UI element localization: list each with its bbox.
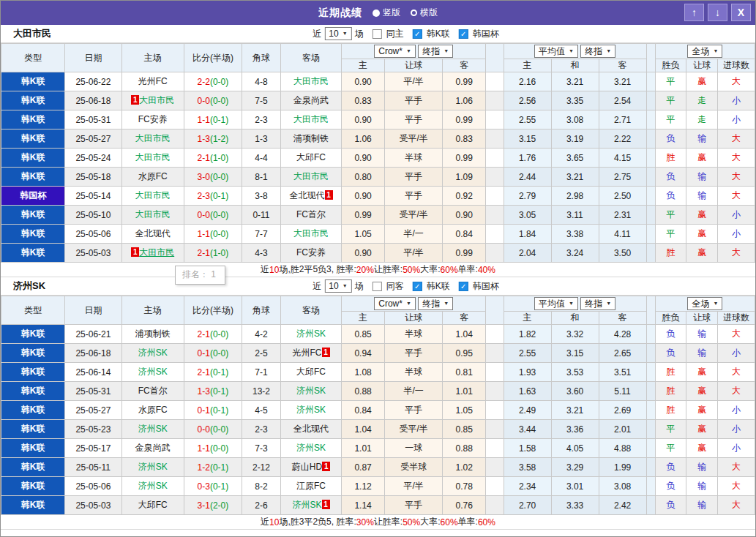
team-link[interactable]: 大邱FC [138, 500, 168, 510]
team-link[interactable]: 济州SK [138, 462, 168, 472]
team-link[interactable]: FC首尔 [138, 386, 168, 396]
team-link[interactable]: 全北现代 [290, 190, 325, 200]
odds-handicap: 受半球 [385, 458, 443, 477]
team-link[interactable]: 大田市民 [135, 133, 171, 143]
league-type-cell: 韩K联 [1, 382, 65, 401]
spacer-cell [646, 225, 655, 244]
kleague-checkbox[interactable]: ✓ [413, 282, 422, 291]
recent-results-panel: 近期战绩 竖版 横版 ↑ ↓ X 大田市民 近 10 ▼ 场 [0, 0, 756, 537]
kcup-label: 韩国杯 [473, 280, 499, 293]
team-link[interactable]: 济州SK [138, 367, 168, 377]
team-link[interactable]: 济州SK [138, 348, 168, 358]
move-down-button[interactable]: ↓ [708, 4, 727, 21]
team-link[interactable]: 大田市民 [135, 209, 171, 219]
col-header: 角球 [242, 296, 281, 325]
same-away-checkbox[interactable] [373, 282, 382, 291]
result-goals: 小 [718, 91, 755, 110]
chevron-down-icon: ▼ [444, 46, 449, 56]
radio-vertical-layout[interactable]: 竖版 [373, 7, 400, 19]
team-link[interactable]: FC安养 [138, 114, 168, 124]
team-link[interactable]: 金泉尚武 [293, 95, 329, 105]
result-handicap: 输 [686, 168, 718, 187]
team-link[interactable]: 大田市民 [139, 95, 174, 105]
odds-stage-select[interactable]: 终指▼ [580, 45, 615, 58]
spacer-column [646, 44, 655, 72]
team-link[interactable]: FC首尔 [296, 209, 326, 219]
team-link[interactable]: 水原FC [138, 171, 168, 181]
team-link[interactable]: 浦项制铁 [135, 328, 171, 339]
team-link[interactable]: 大田市民 [293, 114, 329, 124]
average-select[interactable]: 平均值▼ [534, 45, 578, 58]
kcup-checkbox[interactable]: ✓ [459, 282, 468, 291]
match-date: 25-06-21 [65, 325, 121, 344]
team-link[interactable]: 蔚山HD [292, 462, 322, 472]
radio-horizontal-layout[interactable]: 横版 [411, 7, 438, 19]
rank-tooltip: 排名： 1 [175, 266, 225, 285]
team-link[interactable]: 济州SK [138, 424, 168, 434]
team-link[interactable]: 大邱FC [296, 367, 326, 377]
period-select[interactable]: 全场▼ [687, 297, 722, 310]
fulltime-score: 2-1 [198, 153, 210, 163]
team-link[interactable]: 大田市民 [293, 76, 329, 86]
match-row: 韩K联25-05-27大田市民1-3(1-2)1-3浦项制铁1.06受平/半0.… [1, 129, 755, 149]
match-date: 25-05-31 [65, 110, 121, 129]
odds-stage-select[interactable]: 终指▼ [418, 45, 453, 58]
corners: 2-5 [242, 344, 281, 363]
result-handicap: 赢 [686, 363, 718, 382]
close-button[interactable]: X [731, 4, 751, 21]
odds-handicap: 受平/半 [385, 206, 443, 225]
col-header: 类型 [1, 296, 65, 325]
period-select[interactable]: 全场▼ [687, 45, 722, 58]
odds-home: 1.08 [342, 363, 385, 382]
league-type-cell: 韩K联 [1, 72, 65, 91]
team-link[interactable]: 大田市民 [135, 190, 171, 200]
bookmaker-select[interactable]: Crow*▼ [374, 45, 416, 58]
team-link[interactable]: 大田市民 [135, 152, 171, 162]
average-select[interactable]: 平均值▼ [534, 297, 578, 310]
team-link[interactable]: FC安养 [296, 247, 326, 258]
odds-handicap: 平手 [385, 168, 443, 187]
summary-segment: 单率: [458, 516, 478, 528]
avg-draw: 2.98 [551, 187, 599, 206]
team-link[interactable]: 光州FC [293, 348, 322, 358]
team-link[interactable]: 济州SK [138, 481, 168, 491]
same-home-checkbox[interactable] [373, 29, 382, 39]
team-link[interactable]: 济州SK [296, 386, 326, 396]
home-team: 大田市民 [121, 206, 184, 225]
team-link[interactable]: 济州SK [296, 443, 326, 453]
team-link[interactable]: 大田市民 [293, 171, 329, 181]
fulltime-score: 0-1 [198, 348, 210, 358]
team-link[interactable]: 全北现代 [293, 424, 329, 434]
odds-away: 1.01 [443, 382, 486, 401]
team-link[interactable]: 大田市民 [293, 228, 329, 239]
away-team: 济州SK [280, 439, 341, 458]
team-link[interactable]: 济州SK [293, 500, 322, 510]
kcup-checkbox[interactable]: ✓ [459, 29, 468, 39]
corners: 4-2 [242, 325, 281, 344]
team-link[interactable]: 济州SK [296, 328, 326, 339]
team-link[interactable]: 江原FC [296, 481, 326, 491]
home-team: 大邱FC [121, 496, 184, 515]
corners: 7-7 [242, 225, 281, 244]
odds-handicap: 平手 [385, 110, 443, 129]
team-link[interactable]: 水原FC [138, 405, 168, 415]
team-link[interactable]: 大邱FC [296, 152, 326, 162]
odds-stage-select[interactable]: 终指▼ [418, 297, 453, 310]
team-link[interactable]: 大田市民 [139, 247, 174, 258]
away-team: 济州SK [280, 382, 341, 401]
bookmaker-select[interactable]: Crow*▼ [374, 297, 416, 310]
team-link[interactable]: 济州SK [296, 405, 326, 415]
match-date: 25-05-11 [65, 458, 121, 477]
match-count-select[interactable]: 10 ▼ [324, 279, 351, 293]
team-link[interactable]: 浦项制铁 [293, 133, 329, 143]
team-link[interactable]: 金泉尚武 [135, 443, 171, 453]
team-link[interactable]: 全北现代 [135, 228, 171, 239]
match-count-select[interactable]: 10 ▼ [324, 27, 351, 40]
away-team: 江原FC [280, 477, 341, 496]
kleague-checkbox[interactable]: ✓ [413, 29, 422, 39]
move-up-button[interactable]: ↑ [684, 4, 704, 21]
odds-stage-select[interactable]: 终指▼ [580, 297, 615, 310]
odds-home: 0.90 [342, 149, 385, 168]
avg-away: 2.01 [599, 420, 646, 439]
team-link[interactable]: 光州FC [138, 76, 168, 86]
